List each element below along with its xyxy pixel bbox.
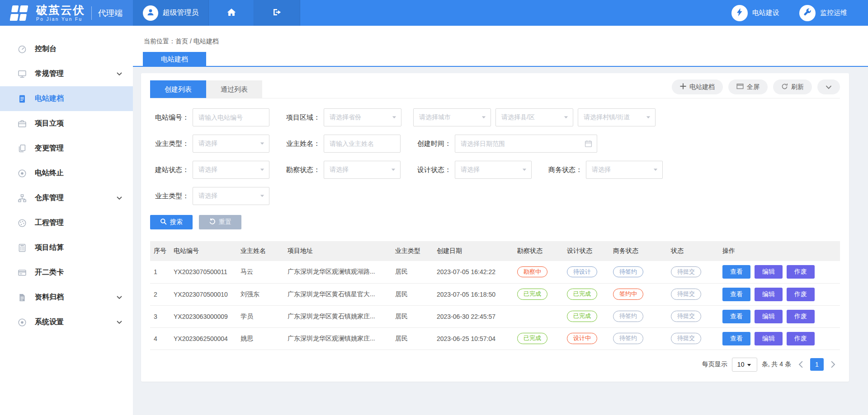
toolbar-button-more[interactable] [817, 79, 840, 94]
filter-select[interactable]: 请选择 [586, 161, 663, 179]
owner-type: 居民 [392, 327, 433, 350]
action-编辑-button[interactable]: 编辑 [755, 288, 783, 301]
sidebar-item-控制台[interactable]: 控制台 [0, 37, 133, 61]
sidebar-item-系统设置[interactable]: 系统设置 [0, 310, 133, 335]
user-menu[interactable]: 超级管理员 [133, 0, 209, 26]
station-code: YX2023063000009 [170, 305, 237, 327]
caret-down-icon [392, 116, 396, 119]
text-input[interactable] [324, 135, 400, 152]
chevron-down-icon [747, 361, 751, 368]
target-icon [17, 168, 27, 178]
status-badge: 已完成 [517, 289, 547, 299]
filter-select[interactable]: 请选择城市 [413, 108, 491, 126]
sidebar: 控制台 常规管理 电站建档 项目立项 变更管理 电站终止 仓库管理 工程管理 项… [0, 26, 133, 415]
calendar-icon [585, 140, 592, 148]
column-header: 创建日期 [433, 241, 514, 261]
action-编辑-button[interactable]: 编辑 [755, 265, 783, 279]
caret-down-icon [260, 195, 264, 198]
sidebar-item-常规管理[interactable]: 常规管理 [0, 61, 133, 86]
filter-select[interactable]: 请选择 [455, 161, 532, 179]
owner-type: 居民 [392, 261, 433, 283]
filter-select[interactable]: 请选择 [193, 161, 269, 179]
tab-通过列表[interactable]: 通过列表 [206, 80, 262, 98]
filter-select[interactable]: 请选择村镇/街道 [578, 108, 656, 126]
filter-select[interactable]: 请选择县/区 [495, 108, 573, 126]
next-page-button[interactable] [828, 361, 838, 368]
date-range-input[interactable] [455, 135, 597, 153]
date-input[interactable] [455, 135, 597, 152]
created-date: 2023-07-05 16:42:22 [433, 261, 514, 283]
sidebar-item-仓库管理[interactable]: 仓库管理 [0, 186, 133, 210]
per-page-select[interactable]: 10 [732, 358, 757, 372]
caret-down-icon [391, 168, 396, 172]
action-查看-button[interactable]: 查看 [722, 310, 750, 323]
tab-创建列表[interactable]: 创建列表 [150, 80, 206, 98]
column-header: 序号 [150, 241, 170, 261]
search-button[interactable]: 搜索 [150, 215, 193, 229]
sidebar-item-label: 工程管理 [35, 218, 122, 228]
brand-logo: 破茧云伏 Po Jian Yun Fu 代理端 [0, 0, 133, 26]
fullscreen-icon [736, 83, 744, 91]
sitemap-icon [17, 193, 27, 203]
dashboard-icon [17, 44, 27, 54]
module-电站建设[interactable]: 电站建设 [731, 5, 779, 21]
toolbar-button-全屏[interactable]: 全屏 [728, 79, 768, 94]
wrench-icon [803, 8, 812, 18]
status-badge: 已完成 [567, 311, 597, 322]
sidebar-item-电站终止[interactable]: 电站终止 [0, 161, 133, 186]
palette-icon [17, 218, 27, 228]
page-tab[interactable]: 电站建档 [143, 52, 206, 66]
home-icon [226, 8, 236, 18]
action-作废-button[interactable]: 作废 [787, 332, 815, 345]
owner-name: 刘强东 [237, 283, 284, 305]
action-作废-button[interactable]: 作废 [787, 310, 815, 323]
action-编辑-button[interactable]: 编辑 [755, 332, 783, 345]
brand-suffix: 代理端 [91, 6, 123, 20]
action-作废-button[interactable]: 作废 [787, 288, 815, 301]
station-code: YX2023070500010 [170, 283, 237, 305]
filter-label: 业主类型： [150, 140, 189, 148]
text-input[interactable] [193, 109, 269, 126]
row-actions: 查看编辑作废 [719, 327, 840, 350]
filter-select[interactable]: 请选择 [193, 187, 269, 205]
page-number-button[interactable]: 1 [810, 358, 824, 371]
column-header: 电站编号 [170, 241, 237, 261]
toolbar-button-电站建档[interactable]: 电站建档 [672, 79, 723, 94]
lightning-icon [735, 8, 744, 18]
table-row: 1 YX2023070500011 马云 广东深圳龙华区观澜镇观湖路... 居民… [150, 261, 840, 283]
logout-icon [272, 8, 282, 18]
filter-form: 电站编号：项目区域：请选择省份请选择城市请选择县/区请选择村镇/街道业主类型：请… [150, 98, 840, 205]
sidebar-item-电站建档[interactable]: 电站建档 [0, 86, 133, 111]
row-actions: 查看编辑作废 [719, 283, 840, 305]
column-header: 状态 [667, 241, 719, 261]
filter-input[interactable] [193, 108, 269, 126]
reset-button[interactable]: 重置 [199, 215, 241, 229]
filter-label: 设计状态： [412, 166, 451, 174]
sidebar-item-开二类卡[interactable]: 开二类卡 [0, 260, 133, 285]
toolbar-button-刷新[interactable]: 刷新 [773, 79, 812, 94]
app-window: 破茧云伏 Po Jian Yun Fu 代理端 超级管理员 电站建设 监控运维 … [0, 0, 868, 415]
list-tabs: 创建列表通过列表 [150, 80, 262, 98]
sidebar-item-资料归档[interactable]: 资料归档 [0, 285, 133, 310]
filter-select[interactable]: 请选择 [324, 161, 401, 179]
sidebar-item-项目立项[interactable]: 项目立项 [0, 111, 133, 136]
action-编辑-button[interactable]: 编辑 [755, 310, 783, 323]
module-监控运维[interactable]: 监控运维 [799, 5, 847, 21]
prev-page-button[interactable] [796, 361, 806, 368]
sidebar-item-变更管理[interactable]: 变更管理 [0, 136, 133, 161]
filter-select[interactable]: 请选择 [193, 135, 269, 153]
column-header: 商务状态 [609, 241, 667, 261]
sidebar-item-工程管理[interactable]: 工程管理 [0, 210, 133, 235]
action-查看-button[interactable]: 查看 [722, 288, 750, 301]
column-header: 业主姓名 [237, 241, 284, 261]
logout-button[interactable] [254, 0, 300, 26]
action-作废-button[interactable]: 作废 [787, 265, 815, 279]
filter-input[interactable] [324, 135, 401, 153]
module-label: 电站建设 [752, 9, 779, 17]
home-button[interactable] [209, 0, 254, 26]
sidebar-item-项目结算[interactable]: 项目结算 [0, 235, 133, 260]
filter-select[interactable]: 请选择省份 [324, 108, 401, 126]
action-查看-button[interactable]: 查看 [722, 332, 750, 345]
action-查看-button[interactable]: 查看 [722, 265, 750, 279]
sidebar-item-label: 资料归档 [35, 293, 117, 302]
